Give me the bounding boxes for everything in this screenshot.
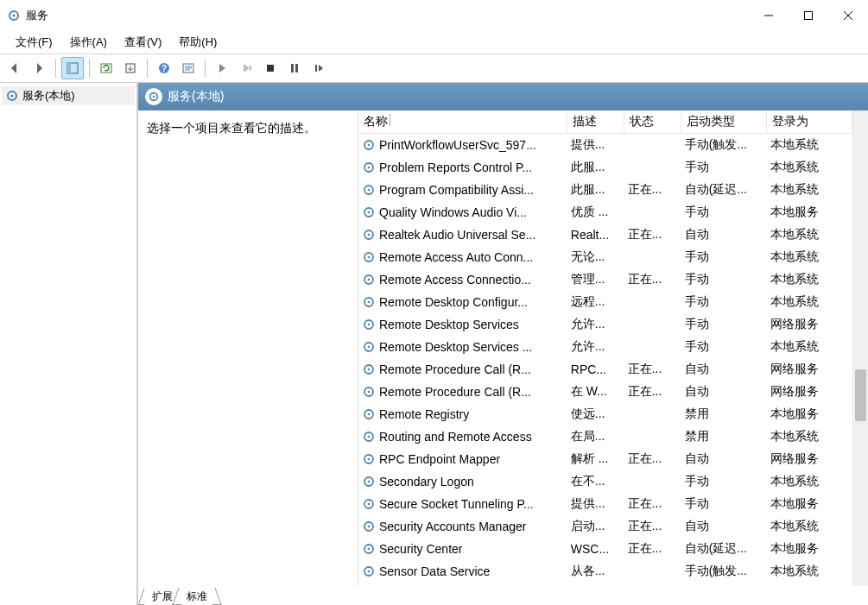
refresh-button[interactable] [95, 57, 117, 79]
service-desc: 从各... [567, 560, 624, 583]
table-row[interactable]: Remote Desktop Services ...允许...手动本地系统 [358, 336, 852, 358]
service-status: 正在... [624, 538, 681, 560]
service-startup: 手动 [681, 336, 767, 358]
service-logon: 本地系统 [767, 336, 852, 358]
forward-button[interactable] [28, 57, 50, 79]
service-desc: 解析 ... [567, 448, 624, 470]
scroll-thumb[interactable] [855, 369, 866, 421]
service-status [624, 425, 681, 448]
service-startup: 自动 [681, 515, 767, 538]
table-row[interactable]: Program Compatibility Assi...此服...正在...自… [358, 179, 852, 201]
table-row[interactable]: Sensor Data Service从各...手动(触发...本地系统 [358, 560, 852, 583]
svg-point-56 [368, 480, 371, 482]
table-header-row: 名称 描述 状态 启动类型 登录为 [358, 110, 852, 134]
table-row[interactable]: Routing and Remote Access在局...禁用本地系统 [358, 425, 852, 448]
menu-view[interactable]: 查看(V) [119, 33, 167, 52]
svg-rect-16 [250, 66, 251, 71]
close-button[interactable] [828, 0, 868, 31]
table-row[interactable]: Remote Desktop Configur...远程...手动本地系统 [358, 291, 852, 313]
maximize-button[interactable] [789, 0, 828, 31]
service-name: Problem Reports Control P... [379, 161, 532, 174]
service-desc: 在 W... [567, 381, 624, 403]
table-row[interactable]: Remote Registry使远...禁用本地服务 [358, 403, 852, 425]
tree-item-services-local[interactable]: 服务(本地) [2, 86, 135, 105]
tab-standard[interactable]: 标准 [180, 589, 214, 605]
table-row[interactable]: Remote Procedure Call (R...在 W...正在...自动… [358, 381, 852, 403]
restart-button[interactable] [307, 57, 330, 79]
content-row: 选择一个项目来查看它的描述。 名称 描述 状态 启动类型 [138, 110, 868, 586]
table-row[interactable]: Realtek Audio Universal Se...Realt...正在.… [358, 224, 852, 246]
services-icon [5, 89, 19, 103]
stop-button[interactable] [259, 57, 282, 79]
table-row[interactable]: Remote Desktop Services允许...手动网络服务 [358, 313, 852, 336]
menu-action[interactable]: 操作(A) [65, 33, 112, 52]
service-status: 正在... [624, 448, 681, 470]
show-hide-tree-button[interactable] [61, 57, 84, 79]
table-row[interactable]: Remote Access Auto Conn...无论...手动本地系统 [358, 246, 852, 268]
table-row[interactable]: PrintWorkflowUserSvc_597...提供...手动(触发...… [358, 134, 852, 156]
col-name[interactable]: 名称 [358, 110, 567, 134]
service-icon [362, 138, 376, 152]
back-button[interactable] [3, 57, 26, 79]
service-desc: 管理... [567, 268, 624, 291]
col-startup[interactable]: 启动类型 [681, 110, 767, 134]
services-list[interactable]: 名称 描述 状态 启动类型 登录为 PrintWorkflowUserSvc_5… [358, 110, 852, 586]
service-name: Sensor Data Service [379, 564, 490, 578]
svg-rect-18 [291, 64, 294, 72]
service-logon: 网络服务 [767, 381, 852, 403]
svg-point-54 [368, 457, 371, 460]
service-startup: 自动(延迟... [681, 179, 767, 201]
svg-point-44 [368, 345, 371, 348]
svg-rect-20 [315, 65, 317, 72]
pause-button[interactable] [283, 57, 306, 79]
start-service-button[interactable] [211, 57, 233, 79]
service-status: 正在... [624, 381, 681, 403]
properties-button[interactable] [177, 57, 200, 79]
stop-service-button-disabled [235, 57, 257, 79]
table-row[interactable]: Problem Reports Control P...此服...手动本地系统 [358, 156, 852, 179]
col-desc[interactable]: 描述 [567, 110, 624, 134]
service-logon: 网络服务 [767, 448, 852, 470]
service-name: Security Accounts Manager [379, 520, 526, 533]
menu-help[interactable]: 帮助(H) [174, 33, 222, 52]
svg-text:?: ? [162, 64, 167, 73]
export-button[interactable] [119, 57, 142, 79]
menu-file[interactable]: 文件(F) [10, 33, 58, 52]
help-button[interactable]: ? [153, 57, 175, 79]
service-logon: 本地服务 [767, 538, 852, 560]
table-row[interactable]: Remote Procedure Call (R...RPC...正在...自动… [358, 358, 852, 381]
table-row[interactable]: RPC Endpoint Mapper解析 ...正在...自动网络服务 [358, 448, 852, 470]
svg-point-40 [368, 300, 371, 303]
service-name: Remote Procedure Call (R... [379, 385, 531, 399]
minimize-button[interactable] [749, 0, 789, 31]
service-startup: 自动 [681, 224, 767, 246]
service-icon [362, 475, 376, 488]
table-row[interactable]: Security Accounts Manager启动...正在...自动本地系… [358, 515, 852, 538]
table-row[interactable]: Secure Socket Tunneling P...提供...正在...手动… [358, 493, 852, 515]
service-name: Secondary Logon [379, 475, 474, 488]
table-row[interactable]: Quality Windows Audio Vi...优质 ...手动本地服务 [358, 201, 852, 224]
table-row[interactable]: Remote Access Connectio...管理...正在...手动本地… [358, 268, 852, 291]
service-desc: 允许... [567, 336, 624, 358]
description-text: 选择一个项目来查看它的描述。 [147, 121, 349, 136]
service-logon: 本地系统 [767, 291, 852, 313]
svg-point-52 [368, 435, 371, 438]
service-desc: Realt... [567, 224, 624, 246]
table-row[interactable]: Secondary Logon在不...手动本地系统 [358, 470, 852, 493]
service-startup: 禁用 [681, 403, 767, 425]
col-status[interactable]: 状态 [624, 110, 681, 134]
service-logon: 本地系统 [767, 179, 852, 201]
service-status: 正在... [624, 515, 681, 538]
service-desc: 此服... [567, 179, 624, 201]
tree-panel[interactable]: 服务(本地) [0, 83, 138, 605]
scrollbar[interactable] [852, 110, 868, 586]
service-startup: 手动(触发... [681, 134, 767, 156]
service-status [624, 403, 681, 425]
table-row[interactable]: Security CenterWSC...正在...自动(延迟...本地服务 [358, 538, 852, 560]
tree-item-label: 服务(本地) [22, 88, 75, 104]
col-logon[interactable]: 登录为 [767, 110, 852, 134]
service-icon [362, 452, 376, 466]
service-startup: 手动 [681, 470, 767, 493]
service-startup: 手动 [681, 291, 767, 313]
service-desc: 此服... [567, 156, 624, 179]
